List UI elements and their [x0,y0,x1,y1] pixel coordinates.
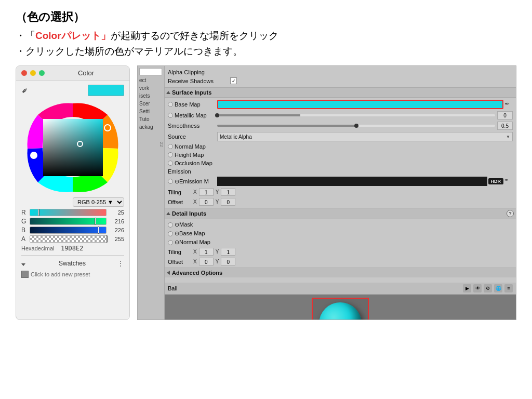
height-map-row: Height Map [168,151,513,159]
sidebar-item-1[interactable]: ect [138,76,164,84]
base-map-picker-icon[interactable]: ✒ [504,100,513,109]
height-map-label: Height Map [175,152,204,158]
smoothness-value[interactable]: 0.5 [497,122,513,130]
ball-play-icon[interactable]: ▶ [463,284,471,292]
surface-inputs-label: Surface Inputs [172,89,211,96]
cp-top-row: ✒ [21,85,124,96]
tiling-y-field[interactable]: 1 [221,188,235,196]
g-label: G [21,218,28,225]
emission-label: Emission [168,168,217,175]
occlusion-map-row: Occlusion Map [168,159,513,167]
offset-x-field[interactable]: 0 [199,198,214,206]
surface-inputs-header[interactable]: Surface Inputs [165,87,516,98]
color-panel-title: Color [48,69,124,77]
color-gradient-square[interactable] [43,119,103,176]
sidebar-item-4[interactable]: Scer [138,100,164,108]
g-value: 216 [109,218,124,224]
sidebar-item-5[interactable]: Setti [138,108,164,115]
eyedropper-icon[interactable]: ✒ [19,85,31,97]
sidebar-item-7[interactable]: ackag [138,123,164,131]
b-label: B [21,227,28,234]
metallic-map-row: Metallic Map 0 [168,110,513,121]
unity-left-sidebar: ect vork isets Scer Setti Tuto ackag 22 [138,66,165,320]
normal-map-row: Normal Map [168,142,513,151]
swatches-menu-icon[interactable]: ⋮ [117,259,124,268]
ball-titlebar: Ball ▶ 👁 ⚙ 🌐 ≡ [165,283,516,295]
detail-tiling-y-label: Y [216,249,219,255]
color-picker-body: ✒ [16,81,129,282]
hex-label: Hexadecimal [21,245,58,251]
a-label: A [21,235,28,243]
b-slider-row: B 226 [21,227,124,234]
rgb-mode-dropdown[interactable]: RGB 0-255 ▼ [73,197,124,207]
surface-inputs-triangle [166,91,170,94]
close-button-dot[interactable] [21,70,27,76]
detail-offset-x-field[interactable]: 0 [199,258,214,265]
receive-shadows-checkbox[interactable]: ✓ [230,77,237,84]
source-row: Source Metallic Alpha ▼ [168,131,513,142]
height-map-label-group: Height Map [168,152,217,158]
b-slider-track[interactable] [30,227,107,234]
detail-inputs-help-icon[interactable]: ? [507,210,514,217]
minimize-button-dot[interactable] [30,70,36,76]
source-label: Source [168,134,217,140]
tiling-y-label: Y [216,189,219,195]
color-wheel-container[interactable] [23,99,122,195]
ball-eye-icon[interactable]: 👁 [473,284,482,292]
tiling-x-label: X [193,189,197,195]
sidebar-item-3[interactable]: isets [138,92,164,100]
detail-tiling-y-field[interactable]: 1 [221,248,235,256]
color-panel: Color ✒ [16,65,130,320]
base-map-label: Base Map [175,101,201,108]
color-swatch-preview[interactable] [88,85,124,96]
base-map-row: Base Map ✒ [168,99,513,110]
detail-mask-label: ⊙Mask [175,221,193,228]
ball-gear-icon[interactable]: ⚙ [484,284,492,292]
detail-offset-label: Offset [168,259,191,265]
swatches-section: Swatches ⋮ Click to add new preset [21,255,124,278]
base-map-input[interactable] [217,100,503,109]
detail-inputs-content: ⊙Mask ⊙Base Map ⊙Normal Map Til [165,219,516,268]
metallic-value[interactable]: 0 [497,111,513,119]
emission-picker-icon[interactable]: ✒ [504,177,513,185]
swatches-triangle-icon [21,259,28,268]
detail-base-map-label: ⊙Base Map [175,230,205,237]
detail-offset-y-field[interactable]: 0 [221,258,235,265]
hdr-badge[interactable]: HDR [488,178,504,184]
emission-color-field[interactable] [217,177,487,186]
ball-globe-icon[interactable]: 🌐 [494,284,502,292]
main-area: Color ✒ [0,65,532,320]
detail-normal-map-row: ⊙Normal Map [168,238,513,247]
ball-preview-frame [312,298,369,320]
inspector-top: Alpha Clipping Receive Shadows ✓ [165,66,516,87]
smoothness-slider[interactable] [217,125,495,127]
detail-base-map-row: ⊙Base Map [168,229,513,238]
bullet1-suffix: が起動するので好きな場所をクリック [111,30,278,41]
ball-menu-icon[interactable]: ≡ [504,284,513,292]
sidebar-item-6[interactable]: Tuto [138,115,164,123]
r-slider-thumb [38,209,39,216]
detail-tiling-x-field[interactable]: 1 [199,248,214,256]
metallic-map-circle-icon [168,113,173,118]
offset-y-field[interactable]: 0 [221,198,235,206]
maximize-button-dot[interactable] [39,70,45,76]
detail-inputs-header[interactable]: Detail Inputs ? [165,208,516,219]
unity-inspector: Alpha Clipping Receive Shadows ✓ Surface… [165,66,516,320]
emission-map-label-group: ⊙Emission M [168,178,217,185]
source-dropdown[interactable]: Metallic Alpha ▼ [217,132,513,141]
smoothness-slider-thumb [354,124,358,128]
b-slider-thumb [98,227,99,234]
metallic-slider[interactable] [217,114,495,116]
detail-normal-map-label-group: ⊙Normal Map [168,239,217,246]
advanced-options-header[interactable]: Advanced Options [165,268,516,277]
g-slider-track[interactable] [30,218,107,225]
emission-map-circle-icon [168,179,173,184]
tiling-x-field[interactable]: 1 [199,188,214,196]
a-slider-track[interactable] [30,235,107,243]
sidebar-search[interactable] [139,68,162,75]
detail-base-map-label-group: ⊙Base Map [168,230,217,237]
r-slider-track[interactable] [30,209,107,216]
add-preset-row[interactable]: Click to add new preset [21,271,124,278]
smoothness-label: Smoothness [168,123,217,129]
sidebar-item-2[interactable]: vork [138,84,164,92]
